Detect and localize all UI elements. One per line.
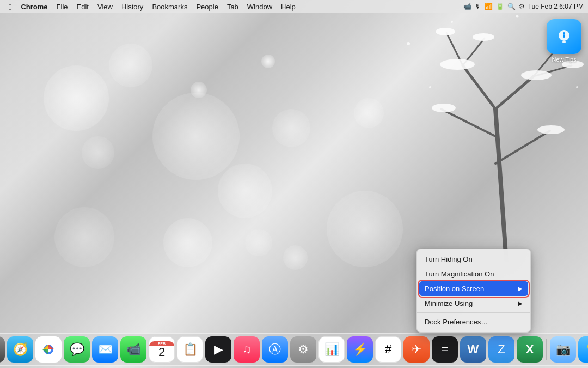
svg-point-18	[451, 21, 453, 23]
menu-app-name[interactable]: Chrome	[17, 2, 51, 12]
menu-bar:  Chrome File Edit View History Bookmark…	[0, 0, 588, 13]
svg-point-24	[563, 32, 565, 34]
dock-item-appstore[interactable]: Ⓐ	[262, 336, 288, 363]
dock-item-safari[interactable]: 🧭	[7, 336, 33, 363]
new-tips-desktop-icon[interactable]: New Tips	[547, 19, 581, 63]
dock-item-reminders[interactable]: 📋	[177, 336, 203, 363]
dock-item-ScreenSnapAI[interactable]: 📷	[550, 336, 576, 363]
svg-point-14	[473, 33, 494, 41]
dock-item-facetime[interactable]: 📹	[120, 336, 146, 363]
dock-item-mywork[interactable]: 📊	[318, 336, 345, 363]
menu-bar-search-icon[interactable]: 🔍	[507, 3, 516, 10]
svg-point-9	[440, 59, 475, 70]
menu-bar-battery-icon: 🔋	[496, 3, 504, 10]
context-menu-separator	[417, 312, 530, 313]
menu-bar-right: 📹 🎙 📶 🔋 🔍 ⚙ Tue Feb 2 6:07 PM	[463, 3, 584, 10]
menu-window[interactable]: Window	[243, 2, 276, 12]
menu-edit[interactable]: Edit	[73, 2, 93, 12]
svg-point-12	[537, 125, 565, 134]
menu-file[interactable]: File	[53, 2, 72, 12]
svg-line-1	[463, 65, 495, 109]
menu-bar-datetime: Tue Feb 2 6:07 PM	[528, 3, 584, 10]
svg-rect-25	[564, 34, 565, 38]
svg-rect-23	[562, 41, 566, 43]
svg-point-20	[576, 86, 578, 88]
dock-context-menu: Turn Hiding On Turn Magnification On Pos…	[416, 249, 531, 333]
context-menu-item-hiding[interactable]: Turn Hiding On	[417, 252, 530, 267]
context-menu-magnification-label: Turn Magnification On	[425, 270, 494, 278]
svg-point-13	[436, 28, 455, 35]
svg-line-2	[495, 76, 534, 109]
dock-item-messages[interactable]: 💬	[64, 336, 90, 363]
dock-item-messenger[interactable]: ⚡	[347, 336, 373, 363]
dock-item-launchpad[interactable]: ⋮⋮	[0, 336, 5, 363]
dock-item-airmail[interactable]: ✈	[403, 336, 430, 363]
new-tips-app-icon	[547, 19, 581, 54]
svg-line-4	[495, 131, 550, 164]
dock-item-music[interactable]: ♫	[234, 336, 260, 363]
svg-line-0	[495, 109, 506, 262]
menu-bar-mic-icon: 🎙	[475, 3, 481, 10]
context-menu-hiding-label: Turn Hiding On	[425, 255, 473, 263]
dock-item-tips[interactable]: 💡	[578, 336, 588, 363]
svg-point-19	[516, 15, 519, 18]
context-menu-position-chevron: ▶	[518, 286, 523, 292]
dock-container: ⋮⋮ 🧭 💬 ✉️ 📹 FEB 2	[0, 333, 588, 366]
dock: ⋮⋮ 🧭 💬 ✉️ 📹 FEB 2	[0, 333, 588, 366]
dock-item-mail[interactable]: ✉️	[92, 336, 118, 363]
apple-menu[interactable]: 	[4, 2, 16, 11]
context-menu-prefs-label: Dock Preferences…	[425, 318, 488, 326]
dock-item-calendar[interactable]: FEB 2	[149, 336, 175, 363]
menu-bookmarks[interactable]: Bookmarks	[148, 2, 191, 12]
svg-point-10	[521, 70, 552, 80]
menu-history[interactable]: History	[118, 2, 147, 12]
dock-item-systemprefs[interactable]: ⚙	[290, 336, 316, 363]
context-menu-minimize-label: Minimize Using	[425, 299, 473, 307]
menu-people[interactable]: People	[192, 2, 222, 12]
context-menu-minimize-chevron: ▶	[518, 300, 523, 306]
dock-item-word[interactable]: W	[460, 336, 486, 363]
context-menu-position-label: Position on Screen	[425, 285, 484, 293]
context-menu-item-minimize[interactable]: Minimize Using ▶	[417, 296, 530, 311]
svg-point-11	[432, 104, 456, 112]
svg-line-3	[441, 109, 495, 136]
context-menu-item-position[interactable]: Position on Screen ▶	[419, 281, 528, 296]
dock-item-excel[interactable]: X	[517, 336, 543, 363]
context-menu-item-magnification[interactable]: Turn Magnification On	[417, 267, 530, 281]
dock-item-chrome[interactable]	[35, 336, 62, 363]
menu-bar-video-icon: 📹	[463, 3, 471, 10]
menu-bar-control-center-icon[interactable]: ⚙	[519, 3, 525, 10]
menu-bar-wifi-icon: 📶	[485, 3, 493, 10]
context-menu-item-prefs[interactable]: Dock Preferences…	[417, 315, 530, 329]
dock-item-appletv[interactable]: ▶	[205, 336, 231, 363]
menu-tab[interactable]: Tab	[223, 2, 242, 12]
menu-help[interactable]: Help	[277, 2, 299, 12]
dock-item-slack[interactable]: #	[375, 336, 401, 363]
dock-item-calculator[interactable]: =	[432, 336, 458, 363]
menu-bar-left:  Chrome File Edit View History Bookmark…	[4, 2, 463, 12]
dock-separator	[546, 339, 547, 360]
dock-item-zoom[interactable]: Z	[488, 336, 514, 363]
menu-view[interactable]: View	[94, 2, 117, 12]
svg-point-17	[407, 42, 410, 45]
svg-point-21	[429, 86, 431, 88]
new-tips-label: New Tips	[552, 56, 576, 63]
